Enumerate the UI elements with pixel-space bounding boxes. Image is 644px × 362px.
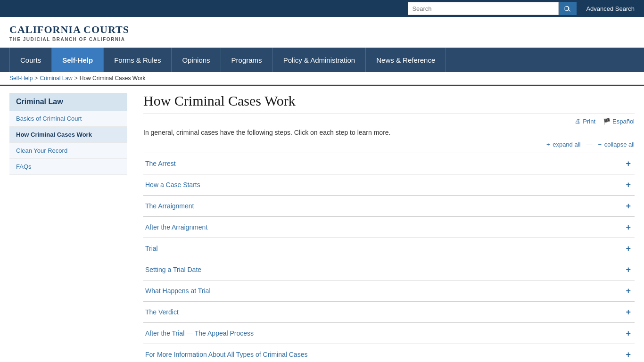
accordion-item[interactable]: What Happens at Trial+ bbox=[143, 280, 635, 302]
nav-item-policy---administration[interactable]: Policy & Administration bbox=[273, 48, 366, 72]
accordion-list: The Arrest+How a Case Starts+The Arraign… bbox=[143, 153, 635, 362]
accordion-expand-icon: + bbox=[626, 265, 631, 274]
nav-item-self-help[interactable]: Self-Help bbox=[52, 48, 104, 72]
accordion-item[interactable]: The Arraignment+ bbox=[143, 196, 635, 217]
page-title: How Criminal Cases Work bbox=[143, 93, 635, 109]
printer-icon: 🖨 bbox=[575, 118, 581, 125]
accordion-label[interactable]: The Arraignment bbox=[145, 202, 194, 210]
accordion-item[interactable]: After the Trial — The Appeal Process+ bbox=[143, 323, 635, 344]
logo-title: CALIFORNIA COURTS bbox=[9, 24, 635, 36]
title-divider bbox=[143, 114, 635, 114]
expand-all-link[interactable]: + expand all bbox=[546, 141, 581, 148]
accordion-item[interactable]: How a Case Starts+ bbox=[143, 174, 635, 196]
intro-text: In general, criminal cases have the foll… bbox=[143, 129, 635, 136]
sidebar-item-faqs[interactable]: FAQs bbox=[9, 159, 127, 175]
accordion-expand-icon: + bbox=[626, 287, 631, 295]
accordion-label[interactable]: What Happens at Trial bbox=[145, 287, 211, 295]
separator: — bbox=[586, 141, 592, 148]
search-input[interactable] bbox=[408, 2, 559, 15]
flag-icon: 🏴 bbox=[603, 118, 611, 125]
breadcrumb-separator: > bbox=[74, 75, 78, 82]
accordion-label[interactable]: How a Case Starts bbox=[145, 181, 200, 189]
accordion-expand-icon: + bbox=[626, 223, 631, 231]
main-nav: CourtsSelf-HelpForms & RulesOpinionsProg… bbox=[0, 48, 644, 72]
accordion-expand-icon: + bbox=[626, 202, 631, 210]
expand-collapse-bar: + expand all — − collapse all bbox=[143, 141, 635, 148]
accordion-item[interactable]: After the Arraignment+ bbox=[143, 217, 635, 238]
sidebar-nav: Basics of Criminal CourtHow Criminal Cas… bbox=[9, 111, 127, 175]
sidebar-item-basics-of-criminal-court[interactable]: Basics of Criminal Court bbox=[9, 111, 127, 127]
sidebar-item-how-criminal-cases-work[interactable]: How Criminal Cases Work bbox=[9, 127, 127, 143]
nav-item-programs[interactable]: Programs bbox=[221, 48, 273, 72]
nav-item-news---reference[interactable]: News & Reference bbox=[366, 48, 446, 72]
accordion-item[interactable]: Trial+ bbox=[143, 238, 635, 259]
accordion-expand-icon: + bbox=[626, 308, 631, 316]
nav-item-forms---rules[interactable]: Forms & Rules bbox=[104, 48, 172, 72]
accordion-label[interactable]: The Verdict bbox=[145, 308, 179, 316]
accordion-item[interactable]: The Arrest+ bbox=[143, 153, 635, 174]
breadcrumb-current: How Criminal Cases Work bbox=[80, 75, 146, 82]
accordion-expand-icon: + bbox=[626, 329, 631, 337]
breadcrumb: Self-Help>Criminal Law>How Criminal Case… bbox=[0, 72, 644, 85]
accordion-item[interactable]: Setting a Trial Date+ bbox=[143, 259, 635, 280]
plus-icon: + bbox=[546, 141, 550, 148]
print-link[interactable]: 🖨 Print bbox=[575, 118, 595, 125]
accordion-label[interactable]: Trial bbox=[145, 245, 158, 252]
accordion-expand-icon: + bbox=[626, 244, 631, 253]
accordion-label[interactable]: After the Trial — The Appeal Process bbox=[145, 329, 254, 337]
top-actions: 🖨 Print 🏴 Español bbox=[143, 118, 635, 125]
accordion-label[interactable]: After the Arraignment bbox=[145, 223, 207, 231]
logo-subtitle: THE JUDICIAL BRANCH OF CALIFORNIA bbox=[9, 37, 635, 42]
sidebar: Criminal Law Basics of Criminal CourtHow… bbox=[9, 86, 132, 362]
nav-item-courts[interactable]: Courts bbox=[9, 48, 52, 72]
main-content: How Criminal Cases Work 🖨 Print 🏴 Españo… bbox=[132, 86, 635, 362]
accordion-label[interactable]: The Arrest bbox=[145, 160, 176, 167]
search-form: Advanced Search bbox=[408, 0, 644, 17]
top-bar: Advanced Search bbox=[0, 0, 644, 17]
breadcrumb-link-criminal-law[interactable]: Criminal Law bbox=[40, 75, 72, 82]
search-icon bbox=[564, 5, 571, 12]
breadcrumb-link-self-help[interactable]: Self-Help bbox=[9, 75, 33, 82]
sidebar-title: Criminal Law bbox=[9, 93, 127, 111]
collapse-all-link[interactable]: − collapse all bbox=[598, 141, 635, 148]
nav-item-opinions[interactable]: Opinions bbox=[172, 48, 221, 72]
accordion-label[interactable]: Setting a Trial Date bbox=[145, 266, 201, 273]
minus-icon: − bbox=[598, 141, 602, 148]
espanol-link[interactable]: 🏴 Español bbox=[603, 118, 635, 125]
accordion-item[interactable]: For More Information About All Types of … bbox=[143, 344, 635, 362]
search-button[interactable] bbox=[559, 2, 577, 15]
content-area: Criminal Law Basics of Criminal CourtHow… bbox=[0, 85, 644, 362]
sidebar-item-clean-your-record[interactable]: Clean Your Record bbox=[9, 143, 127, 159]
accordion-expand-icon: + bbox=[626, 181, 631, 189]
accordion-item[interactable]: The Verdict+ bbox=[143, 302, 635, 323]
accordion-expand-icon: + bbox=[626, 350, 631, 359]
logo-area: CALIFORNIA COURTS THE JUDICIAL BRANCH OF… bbox=[0, 17, 644, 48]
breadcrumb-separator: > bbox=[34, 75, 38, 82]
accordion-label[interactable]: For More Information About All Types of … bbox=[145, 351, 307, 358]
accordion-expand-icon: + bbox=[626, 159, 631, 168]
advanced-search-link[interactable]: Advanced Search bbox=[577, 0, 644, 17]
